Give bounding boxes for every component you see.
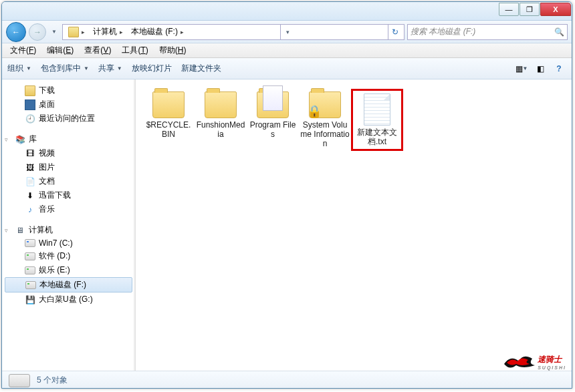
nav-bar: ← → ▼ ▸ 计算机 ▸ 本地磁盘 (F:) ▸ ▾ ↻ 搜索 本地磁盘 (F…: [2, 21, 572, 43]
organize-button[interactable]: 组织 ▼: [7, 63, 31, 74]
new-folder-button[interactable]: 新建文件夹: [181, 63, 221, 74]
documents-icon: 📄: [25, 176, 35, 187]
view-options-button[interactable]: ▦ ▼: [514, 62, 529, 75]
breadcrumb-segment[interactable]: 计算机 ▸: [89, 26, 127, 37]
sidebar-item-xunlei[interactable]: ⬇迅雷下载: [2, 188, 135, 202]
close-button[interactable]: X: [540, 3, 571, 16]
history-dropdown-icon[interactable]: ▼: [49, 29, 60, 35]
content-area: 下载 桌面 🕘最近访问的位置 ▿📚库 🎞视频 🖼图片 📄文档 ⬇迅雷下载 ♪音乐…: [2, 79, 572, 371]
folder-icon: [25, 85, 35, 96]
drive-icon: [25, 281, 36, 289]
explorer-window: — ❐ X ← → ▼ ▸ 计算机 ▸ 本地磁盘 (F:) ▸ ▾ ↻ 搜索 本…: [1, 1, 572, 389]
folder-icon: [257, 91, 289, 118]
collapse-icon[interactable]: ▿: [5, 227, 11, 234]
slideshow-button[interactable]: 放映幻灯片: [132, 63, 172, 74]
menu-bar: 文件(F) 编辑(E) 查看(V) 工具(T) 帮助(H): [2, 43, 572, 58]
music-icon: ♪: [25, 204, 35, 215]
sidebar-item-drive-f[interactable]: 本地磁盘 (F:): [5, 277, 132, 292]
download-icon: ⬇: [25, 190, 35, 201]
minimize-button[interactable]: —: [499, 3, 519, 16]
text-file-icon: [364, 93, 390, 126]
titlebar: — ❐ X: [2, 2, 572, 21]
preview-pane-button[interactable]: ◧: [533, 62, 548, 75]
refresh-button[interactable]: ↻: [388, 25, 402, 39]
sidebar-item-documents[interactable]: 📄文档: [2, 174, 135, 188]
menu-view[interactable]: 查看(V): [79, 43, 116, 57]
file-item[interactable]: Program Files: [247, 89, 299, 151]
usb-drive-icon: 💾: [25, 295, 35, 305]
address-dropdown-icon[interactable]: ▾: [280, 25, 295, 39]
flame-icon: [503, 352, 536, 372]
pictures-icon: 🖼: [25, 162, 35, 173]
menu-file[interactable]: 文件(F): [5, 43, 41, 57]
sidebar-item-drive-c[interactable]: Win7 (C:): [2, 237, 135, 249]
library-icon: 📚: [15, 134, 25, 145]
menu-edit[interactable]: 编辑(E): [41, 43, 79, 57]
address-bar[interactable]: ▸ 计算机 ▸ 本地磁盘 (F:) ▸ ▾ ↻: [62, 24, 405, 40]
sidebar-item-drive-e[interactable]: 娱乐 (E:): [2, 263, 135, 277]
file-item[interactable]: $RECYCLE.BIN: [142, 89, 195, 151]
sidebar-item-drive-d[interactable]: 软件 (D:): [2, 249, 135, 263]
status-text: 5 个对象: [37, 375, 68, 386]
menu-help[interactable]: 帮助(H): [154, 43, 192, 57]
folder-icon: [205, 91, 237, 118]
sidebar-item-drive-g[interactable]: 💾大白菜U盘 (G:): [2, 292, 135, 307]
share-button[interactable]: 共享 ▼: [98, 63, 122, 74]
breadcrumb-segment[interactable]: 本地磁盘 (F:) ▸: [127, 26, 188, 37]
video-icon: 🎞: [25, 148, 35, 159]
search-icon[interactable]: 🔍: [554, 27, 564, 37]
computer-icon: 🖥: [15, 225, 25, 236]
file-label: Program Files: [248, 120, 298, 139]
toolbar: 组织 ▼ 包含到库中 ▼ 共享 ▼ 放映幻灯片 新建文件夹 ▦ ▼ ◧ ?: [2, 58, 572, 79]
file-label: System Volume Information: [300, 120, 350, 148]
maximize-button[interactable]: ❐: [520, 3, 540, 16]
include-library-button[interactable]: 包含到库中 ▼: [41, 63, 89, 74]
file-label: $RECYCLE.BIN: [144, 120, 193, 139]
file-label: FunshionMedia: [196, 120, 245, 139]
sidebar-item-computer[interactable]: ▿🖥计算机: [2, 223, 135, 237]
drive-icon: [25, 239, 35, 247]
help-button[interactable]: ?: [552, 62, 566, 75]
sidebar-item-libraries[interactable]: ▿📚库: [2, 132, 135, 146]
sidebar-item-pictures[interactable]: 🖼图片: [2, 160, 135, 174]
drive-icon: [9, 374, 30, 387]
search-placeholder: 搜索 本地磁盘 (F:): [411, 26, 475, 37]
forward-button[interactable]: →: [29, 23, 46, 41]
folder-icon: [152, 91, 185, 118]
sidebar-item-videos[interactable]: 🎞视频: [2, 146, 135, 160]
recent-icon: 🕘: [25, 114, 35, 124]
sidebar-item-music[interactable]: ♪音乐: [2, 202, 135, 216]
drive-icon: [25, 266, 35, 274]
file-item[interactable]: 新建文本文档.txt: [351, 89, 403, 151]
search-input[interactable]: 搜索 本地磁盘 (F:) 🔍: [407, 24, 568, 40]
navigation-pane[interactable]: 下载 桌面 🕘最近访问的位置 ▿📚库 🎞视频 🖼图片 📄文档 ⬇迅雷下载 ♪音乐…: [2, 79, 136, 371]
sidebar-item-downloads[interactable]: 下载: [2, 83, 135, 97]
file-list[interactable]: $RECYCLE.BIN FunshionMedia Program Files…: [136, 79, 572, 371]
drive-icon: [25, 252, 35, 260]
collapse-icon[interactable]: ▿: [5, 136, 11, 143]
back-button[interactable]: ←: [6, 22, 26, 42]
locked-folder-icon: [309, 91, 341, 118]
drive-icon: [68, 27, 79, 37]
menu-tools[interactable]: 工具(T): [116, 43, 153, 57]
sidebar-item-recent[interactable]: 🕘最近访问的位置: [2, 112, 135, 126]
watermark: 速骑士SUQISHI: [503, 352, 566, 372]
sidebar-item-desktop[interactable]: 桌面: [2, 97, 135, 112]
status-bar: 5 个对象: [2, 371, 572, 389]
file-item[interactable]: FunshionMedia: [195, 89, 247, 151]
file-label: 新建文本文档.txt: [354, 128, 400, 146]
desktop-icon: [25, 100, 35, 110]
file-item[interactable]: System Volume Information: [299, 89, 351, 151]
